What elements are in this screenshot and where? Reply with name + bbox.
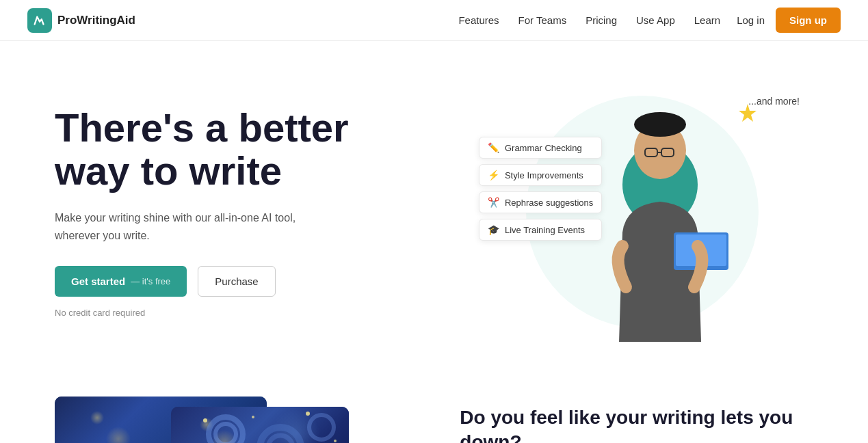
svg-point-12 [268,435,293,443]
svg-point-19 [334,440,337,442]
hero-buttons: Get started — it's free Purchase [55,266,445,297]
svg-point-10 [215,424,236,443]
section2-title: Do you feel like your writing lets you d… [460,405,813,443]
nav-for-teams[interactable]: For Teams [518,14,567,26]
hero-subtitle: Make your writing shine with our all-in-… [55,209,315,244]
nav-pricing[interactable]: Pricing [586,14,617,26]
nav-use-app[interactable]: Use App [636,14,675,26]
no-cc-text: No credit card required [55,308,445,318]
starburst-icon [737,103,759,124]
painting-card-front [171,407,349,443]
nav-features[interactable]: Features [458,14,499,26]
get-started-button[interactable]: Get started — it's free [55,266,187,297]
navigation: ProWritingAid Features For Teams Pricing… [0,0,868,41]
feature-tags: ✏️ Grammar Checking ⚡ Style Improvements… [479,137,602,241]
swirl-pattern [171,407,349,443]
signup-button[interactable]: Sign up [776,8,841,33]
purchase-button[interactable]: Purchase [198,266,275,297]
hero-content: There's a better way to write Make your … [55,106,472,319]
feature-tag-grammar: ✏️ Grammar Checking [479,137,602,159]
training-icon: 🎓 [488,224,499,235]
style-icon: ⚡ [488,170,499,180]
second-section: My idea in my head Do you feel like your… [0,369,868,443]
nav-learn[interactable]: Learn [694,14,720,26]
feature-tag-rephrase: ✂️ Rephrase suggestions [479,191,602,213]
hero-section: There's a better way to write Make your … [0,41,868,369]
svg-point-18 [306,412,310,416]
svg-point-16 [203,418,207,422]
logo-link[interactable]: ProWritingAid [27,8,135,33]
section2-text: Do you feel like your writing lets you d… [419,405,813,443]
hero-title: There's a better way to write [55,106,445,193]
grammar-icon: ✏️ [488,142,499,153]
svg-point-14 [309,415,334,440]
painting-card-front-bg [171,407,349,443]
logo-text: ProWritingAid [57,14,135,27]
feature-tag-style: ⚡ Style Improvements [479,164,602,186]
login-button[interactable]: Log in [737,14,765,26]
rephrase-icon: ✂️ [488,197,499,208]
nav-links: Features For Teams Pricing Use App Learn [458,14,720,27]
svg-point-5 [634,112,686,137]
feature-tag-training: 🎓 Live Training Events [479,219,602,241]
svg-point-9 [209,417,243,443]
logo-icon [27,8,52,33]
painting-area: My idea in my head [55,397,419,443]
hero-visual: ✏️ Grammar Checking ⚡ Style Improvements… [472,82,813,342]
svg-point-17 [252,416,254,418]
svg-marker-8 [739,104,757,122]
